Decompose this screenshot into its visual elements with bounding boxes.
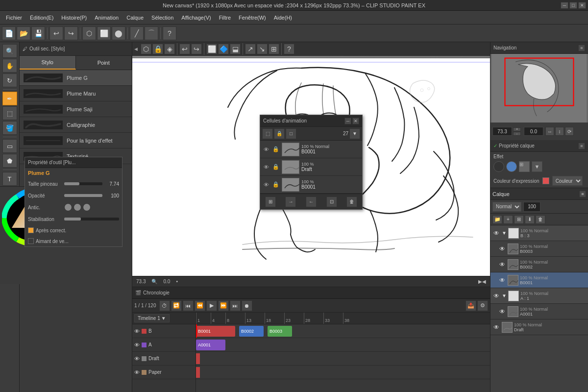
menu-calque[interactable]: Calque (122, 14, 147, 22)
menu-fichier[interactable]: Fichier (2, 14, 26, 22)
layer-a1-eye[interactable]: 👁 (492, 292, 500, 300)
effect-grid-btn[interactable]: ⊞ (519, 161, 530, 172)
cell-eye-0[interactable]: 👁 (262, 146, 270, 153)
zoom-tool[interactable]: 🔍 (2, 44, 17, 58)
canvas-tb-btn-9[interactable]: ↗ (245, 44, 256, 54)
close-button[interactable]: ✕ (578, 2, 586, 9)
taille-slider[interactable] (64, 182, 102, 185)
layer-tb-merge[interactable]: ⬇ (525, 215, 535, 224)
menu-histoire[interactable]: Histoire(P) (57, 14, 91, 22)
effect-circle-btn[interactable] (493, 161, 504, 172)
text-tool[interactable]: T (2, 172, 17, 186)
canvas-tb-btn-3[interactable]: ◈ (164, 44, 175, 54)
brush-plume-g[interactable]: Plume G (20, 70, 132, 86)
tab-stylo[interactable]: Stylo (20, 56, 76, 70)
menu-filtre[interactable]: Filtre (215, 14, 235, 22)
select-button[interactable]: ⬜ (97, 26, 111, 40)
layer-opacity-input[interactable] (523, 202, 540, 212)
stab-slider[interactable] (64, 218, 119, 220)
effect-more-btn[interactable]: ▼ (532, 161, 542, 172)
line-button[interactable]: ╱ (130, 26, 144, 40)
canvas-tb-btn-12[interactable]: ? (284, 44, 294, 54)
anti-dot-3[interactable] (83, 203, 91, 211)
minimize-button[interactable]: ─ (561, 2, 568, 9)
canvas-tb-btn-6[interactable]: ⬜ (206, 44, 217, 54)
menu-edition[interactable]: Édition(E) (26, 14, 57, 22)
acp-btn-2[interactable]: 🔒 (274, 128, 285, 139)
flip-v-btn[interactable]: ↕ (555, 127, 564, 136)
layer-draft-eye[interactable]: 👁 (492, 323, 500, 331)
anim-btn-prev[interactable]: ⏪ (195, 300, 205, 311)
menu-affichage[interactable]: Affichage(V) (177, 14, 215, 22)
acp-footer-btn-4[interactable]: ⊡ (326, 196, 337, 207)
fill-button[interactable]: ⬤ (112, 26, 125, 40)
track-a-eye[interactable]: 👁 (134, 342, 140, 348)
cell-eye-2[interactable]: 👁 (262, 181, 270, 189)
rotate-reset-btn[interactable]: ⟳ (565, 127, 574, 136)
cell-item-2[interactable]: 👁 🔒 100 % B0001 (260, 176, 362, 194)
canvas-tb-btn-4[interactable]: ↩ (179, 44, 190, 54)
layer-b0002[interactable]: 👁 100 % Normal B0002 (490, 257, 588, 272)
new-file-button[interactable]: 📄 (2, 26, 16, 40)
select-rect-tool[interactable]: ▭ (2, 139, 17, 153)
acp-footer-btn-3[interactable]: ← (306, 196, 317, 207)
aimant-checkbox[interactable] (28, 238, 34, 244)
layer-b0003[interactable]: 👁 100 % Normal B0003 (490, 241, 588, 257)
brush-ligne-effet[interactable]: Pour la ligne d'effet (20, 133, 132, 148)
layer-prop-menu-btn[interactable]: ≡ (578, 143, 585, 149)
canvas-tb-btn-11[interactable]: ⊞ (269, 44, 279, 54)
cell-a0001[interactable]: A0001 (196, 340, 225, 350)
opacite-slider[interactable] (64, 194, 102, 197)
undo-button[interactable]: ↩ (49, 26, 63, 40)
nav-preview[interactable] (490, 54, 588, 122)
canvas-tb-btn-1[interactable]: ⬡ (141, 44, 151, 54)
layer-b0003-eye[interactable]: 👁 (498, 245, 506, 253)
anti-dot-1[interactable] (64, 203, 72, 211)
nav-zoom-input[interactable] (492, 127, 512, 136)
layer-tb-new[interactable]: + (503, 215, 513, 224)
menu-animation[interactable]: Animation (91, 14, 122, 22)
canvas-tb-btn-10[interactable]: ↘ (257, 44, 268, 54)
brush-plume-maru[interactable]: Plume Maru (20, 86, 132, 101)
acp-scroll-btn[interactable]: ▼ (349, 128, 360, 139)
fill-tool[interactable]: 🪣 (2, 121, 17, 135)
layer-a0001[interactable]: 👁 100 % Normal A0001 (490, 304, 588, 319)
curve-button[interactable]: ⌒ (145, 26, 158, 40)
layer-a0001-eye[interactable]: 👁 (498, 308, 506, 316)
anim-btn-first[interactable]: ⏮ (183, 300, 194, 311)
layer-tb-copy[interactable]: ⊞ (514, 215, 524, 224)
color-expr-select[interactable]: Couleur (552, 176, 583, 186)
layer-tb-new-folder[interactable]: 📁 (492, 215, 502, 224)
menu-selection[interactable]: Sélection (147, 14, 177, 22)
anim-btn-fps[interactable]: ⏱ (159, 300, 170, 311)
save-file-button[interactable]: 💾 (31, 26, 45, 40)
effect-blue-btn[interactable] (506, 161, 517, 172)
cell-eye-1[interactable]: 👁 (262, 163, 270, 171)
brush-plume-saji[interactable]: Plume Saji (20, 101, 132, 117)
anim-btn-settings[interactable]: ⚙ (477, 300, 488, 311)
nav-menu-btn[interactable]: ≡ (578, 45, 585, 51)
layer-menu-btn[interactable]: ≡ (579, 191, 586, 197)
anim-btn-export[interactable]: 📤 (466, 300, 476, 311)
anim-btn-rec[interactable]: ⏺ (242, 300, 252, 311)
pen-tool[interactable]: ✒ (2, 92, 17, 105)
acp-footer-btn-1[interactable]: ⊞ (265, 196, 276, 207)
anim-btn-loop[interactable]: 🔁 (171, 300, 182, 311)
track-paper-eye[interactable]: 👁 (134, 369, 140, 375)
acp-footer-btn-2[interactable]: → (285, 196, 296, 207)
select-lasso-tool[interactable]: ⬟ (2, 154, 17, 168)
menu-aide[interactable]: Aide(H) (270, 14, 296, 22)
cell-item-1[interactable]: 👁 🔒 100 % Draft (260, 158, 362, 176)
restore-button[interactable]: □ (569, 2, 577, 9)
layer-b0001[interactable]: 👁 100 % Normal B0001 (490, 272, 588, 288)
zoom-in-btn[interactable]: + (513, 127, 521, 131)
transform-button[interactable]: ⬡ (82, 26, 96, 40)
layer-mode-select[interactable]: Normal (492, 202, 521, 212)
flip-h-btn[interactable]: ↔ (545, 127, 554, 136)
canvas-container[interactable]: Cellules d'animation ─ ✕ ⬚ 🔒 □ 27 ▼ (132, 56, 490, 276)
layer-a1-expand[interactable]: ▼ (502, 293, 507, 298)
anti-dot-2[interactable] (74, 203, 81, 211)
anim-btn-play[interactable]: ▶ (206, 300, 217, 311)
acp-btn-1[interactable]: ⬚ (262, 128, 273, 139)
layer-b0001-eye[interactable]: 👁 (498, 276, 506, 284)
